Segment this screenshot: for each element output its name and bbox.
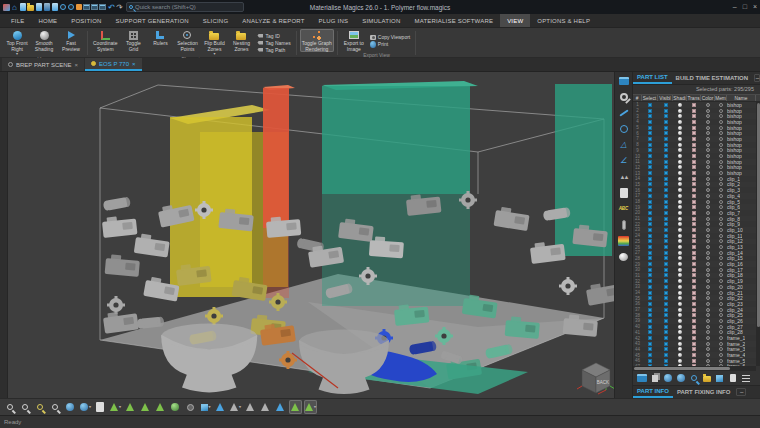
color-swatch[interactable] xyxy=(706,330,710,334)
export-part-icon[interactable] xyxy=(675,373,686,384)
search-input[interactable] xyxy=(135,4,241,10)
transparency-icon[interactable] xyxy=(692,239,696,243)
nesting-zones-button[interactable]: Nesting Zones xyxy=(228,29,254,56)
transparency-icon[interactable] xyxy=(692,256,696,260)
select-checkbox[interactable] xyxy=(648,126,652,130)
select-checkbox[interactable] xyxy=(648,325,652,329)
visible-checkbox[interactable] xyxy=(664,285,668,289)
shading-icon[interactable] xyxy=(678,177,682,181)
shading-icon[interactable] xyxy=(678,217,682,221)
shading-icon[interactable] xyxy=(678,251,682,255)
shading-icon[interactable] xyxy=(678,268,682,272)
shading-icon[interactable] xyxy=(678,182,682,186)
select-checkbox[interactable] xyxy=(648,319,652,323)
visible-checkbox[interactable] xyxy=(664,313,668,317)
menu-tab-materialise-software[interactable]: MATERIALISE SOFTWARE xyxy=(407,14,500,27)
color-swatch[interactable] xyxy=(706,251,710,255)
color-swatch[interactable] xyxy=(706,222,710,226)
shading-icon[interactable] xyxy=(678,319,682,323)
select-checkbox[interactable] xyxy=(648,302,652,306)
selection-points-button[interactable]: Selection Points xyxy=(174,29,200,56)
visible-checkbox[interactable] xyxy=(664,171,668,175)
select-checkbox[interactable] xyxy=(648,330,652,334)
visible-checkbox[interactable] xyxy=(664,308,668,312)
shading-icon[interactable] xyxy=(678,131,682,135)
color-swatch[interactable] xyxy=(706,325,710,329)
visible-checkbox[interactable] xyxy=(664,336,668,340)
transparency-icon[interactable] xyxy=(692,285,696,289)
visible-checkbox[interactable] xyxy=(664,245,668,249)
select-checkbox[interactable] xyxy=(648,222,652,226)
duplicate-part-icon[interactable] xyxy=(714,373,725,384)
import-part-icon[interactable] xyxy=(662,373,673,384)
visible-checkbox[interactable] xyxy=(664,359,668,363)
select-checkbox[interactable] xyxy=(648,205,652,209)
shading-icon[interactable] xyxy=(678,262,682,266)
color-swatch[interactable] xyxy=(706,131,710,135)
export-to-image-button[interactable]: Export to Image xyxy=(341,29,367,52)
color-swatch[interactable] xyxy=(706,296,710,300)
zoom-out-icon[interactable] xyxy=(19,400,32,414)
color-swatch[interactable] xyxy=(706,200,710,204)
tab-build-time-estimation[interactable]: BUILD TIME ESTIMATION xyxy=(672,72,753,84)
select-checkbox[interactable] xyxy=(648,188,652,192)
select-checkbox[interactable] xyxy=(648,103,652,107)
tag-path-button[interactable]: Tag Path xyxy=(257,47,290,53)
part-list-settings-icon[interactable] xyxy=(740,373,751,384)
select-checkbox[interactable] xyxy=(648,256,652,260)
color-swatch[interactable] xyxy=(706,262,710,266)
select-checkbox[interactable] xyxy=(648,154,652,158)
label-parts-icon[interactable] xyxy=(214,400,227,414)
select-checkbox[interactable] xyxy=(648,268,652,272)
open-file-icon[interactable] xyxy=(27,2,34,12)
home-icon[interactable]: ⌂ xyxy=(11,2,18,12)
close-tab-icon[interactable]: × xyxy=(75,62,79,68)
select-shells-icon[interactable] xyxy=(259,400,272,414)
shading-icon[interactable] xyxy=(678,103,682,107)
cut-parts-icon[interactable]: ▾ xyxy=(199,400,212,414)
slice-preview-icon[interactable] xyxy=(617,234,631,247)
visible-checkbox[interactable] xyxy=(664,330,668,334)
shading-icon[interactable] xyxy=(678,296,682,300)
transparency-icon[interactable] xyxy=(692,222,696,226)
visible-checkbox[interactable] xyxy=(664,200,668,204)
transparency-icon[interactable] xyxy=(692,359,696,363)
transparency-icon[interactable] xyxy=(692,347,696,351)
measure-line-icon[interactable] xyxy=(617,106,631,119)
transparency-icon[interactable] xyxy=(692,143,696,147)
maximize-button[interactable]: □ xyxy=(743,2,747,12)
vertical-scrollbar[interactable] xyxy=(756,102,760,366)
shading-icon[interactable] xyxy=(678,279,682,283)
color-swatch[interactable] xyxy=(706,239,710,243)
shading-icon[interactable] xyxy=(678,228,682,232)
color-swatch[interactable] xyxy=(706,291,710,295)
tab-part-info[interactable]: PART INFO xyxy=(633,386,673,398)
measure-ruler-icon[interactable]: ∠ xyxy=(617,154,631,167)
visible-checkbox[interactable] xyxy=(664,234,668,238)
color-swatch[interactable] xyxy=(706,359,710,363)
shading-icon[interactable] xyxy=(678,154,682,158)
select-checkbox[interactable] xyxy=(648,171,652,175)
color-swatch[interactable] xyxy=(706,160,710,164)
transparency-icon[interactable] xyxy=(692,245,696,249)
select-checkbox[interactable] xyxy=(648,291,652,295)
shading-icon[interactable] xyxy=(678,302,682,306)
select-checkbox[interactable] xyxy=(648,217,652,221)
select-checkbox[interactable] xyxy=(648,114,652,118)
visible-checkbox[interactable] xyxy=(664,217,668,221)
save-icon[interactable] xyxy=(35,2,42,12)
transparency-icon[interactable] xyxy=(692,342,696,346)
marking-mode-icon[interactable] xyxy=(289,400,302,414)
transparency-icon[interactable] xyxy=(692,268,696,272)
transparency-icon[interactable] xyxy=(692,262,696,266)
shading-icon[interactable] xyxy=(678,120,682,124)
select-checkbox[interactable] xyxy=(648,160,652,164)
column-header[interactable]: Shadi xyxy=(673,95,687,101)
visible-checkbox[interactable] xyxy=(664,194,668,198)
tab-part-list[interactable]: PART LIST xyxy=(633,72,672,84)
color-swatch[interactable] xyxy=(706,228,710,232)
select-checkbox[interactable] xyxy=(648,109,652,113)
select-checkbox[interactable] xyxy=(648,313,652,317)
shading-icon[interactable] xyxy=(678,137,682,141)
visible-checkbox[interactable] xyxy=(664,114,668,118)
